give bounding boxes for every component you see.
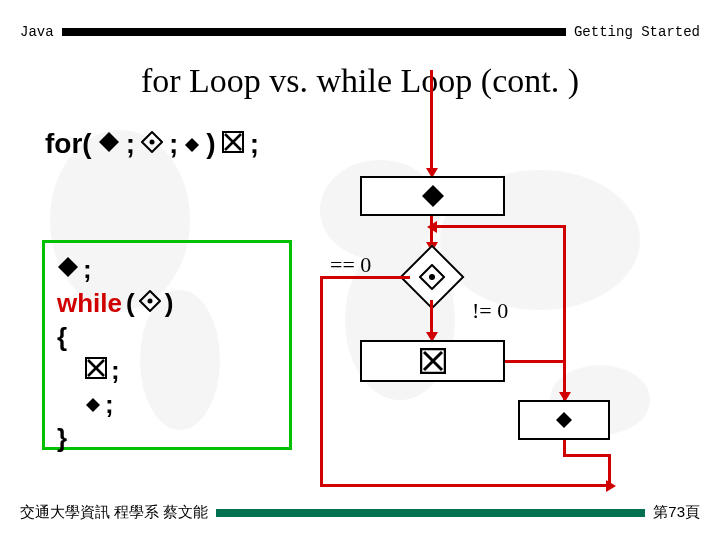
svg-marker-26 bbox=[556, 412, 572, 428]
diamond-filled-icon bbox=[421, 184, 445, 208]
svg-point-15 bbox=[147, 298, 152, 303]
flow-line bbox=[320, 484, 610, 487]
svg-point-22 bbox=[429, 274, 435, 280]
body1-end: ; bbox=[111, 354, 120, 388]
diamond-small-icon bbox=[555, 411, 573, 429]
for-sep1: ; bbox=[126, 128, 135, 160]
svg-marker-6 bbox=[99, 132, 119, 152]
box-x-icon bbox=[85, 354, 107, 388]
diamond-outline-dot-icon bbox=[141, 128, 163, 160]
svg-marker-9 bbox=[185, 138, 199, 152]
flow-line bbox=[320, 276, 323, 486]
flow-line bbox=[563, 225, 566, 400]
page-title: for Loop vs. while Loop (cont. ) bbox=[0, 62, 720, 100]
diamond-filled-icon bbox=[57, 253, 79, 287]
brace-open: { bbox=[57, 321, 67, 355]
svg-marker-20 bbox=[422, 185, 444, 207]
eq-zero-label: == 0 bbox=[330, 252, 371, 278]
ne-zero-label: != 0 bbox=[472, 298, 508, 324]
svg-marker-19 bbox=[86, 398, 100, 412]
footer-divider bbox=[216, 509, 645, 517]
for-sep2: ; bbox=[169, 128, 178, 160]
header-right-text: Getting Started bbox=[566, 24, 700, 40]
diamond-filled-icon bbox=[98, 128, 120, 160]
header: Java Getting Started bbox=[20, 28, 700, 36]
diamond-outline-dot-icon bbox=[139, 287, 161, 321]
header-left-text: Java bbox=[20, 24, 62, 40]
while-keyword: while bbox=[57, 287, 122, 321]
box-x-icon bbox=[420, 348, 446, 374]
footer-right-text: 第73頁 bbox=[645, 503, 700, 522]
arrow-right-icon bbox=[606, 480, 616, 492]
diamond-small-icon bbox=[85, 388, 101, 422]
flow-body-box bbox=[360, 340, 505, 382]
diamond-outline-dot-icon bbox=[419, 264, 445, 290]
body2-end: ; bbox=[105, 388, 114, 422]
flow-line bbox=[433, 225, 565, 228]
for-statement: for( ; ; ) ; bbox=[45, 128, 259, 160]
while-line1-end: ; bbox=[83, 253, 92, 287]
footer: 交通大學資訊 程學系 蔡文能 第73頁 bbox=[20, 503, 700, 522]
while-block: ; while ( ) { ; ; } bbox=[42, 240, 292, 450]
flow-line bbox=[430, 70, 433, 170]
flowchart: == 0 != 0 bbox=[300, 130, 700, 500]
flow-line bbox=[563, 454, 611, 457]
for-end: ; bbox=[250, 128, 259, 160]
flow-line bbox=[430, 300, 433, 336]
header-divider bbox=[62, 28, 566, 36]
while-close: ) bbox=[165, 287, 174, 321]
flow-update-box bbox=[518, 400, 610, 440]
while-open: ( bbox=[126, 287, 135, 321]
for-keyword: for( bbox=[45, 128, 92, 160]
flow-line bbox=[320, 276, 410, 279]
arrow-left-icon bbox=[427, 221, 437, 233]
box-x-icon bbox=[222, 128, 244, 160]
for-close: ) bbox=[206, 128, 215, 160]
brace-close: } bbox=[57, 422, 67, 456]
diamond-small-icon bbox=[184, 128, 200, 160]
flow-line bbox=[505, 360, 565, 363]
svg-marker-13 bbox=[58, 257, 78, 277]
svg-point-8 bbox=[149, 140, 154, 145]
flow-init-box bbox=[360, 176, 505, 216]
footer-left-text: 交通大學資訊 程學系 蔡文能 bbox=[20, 503, 216, 522]
